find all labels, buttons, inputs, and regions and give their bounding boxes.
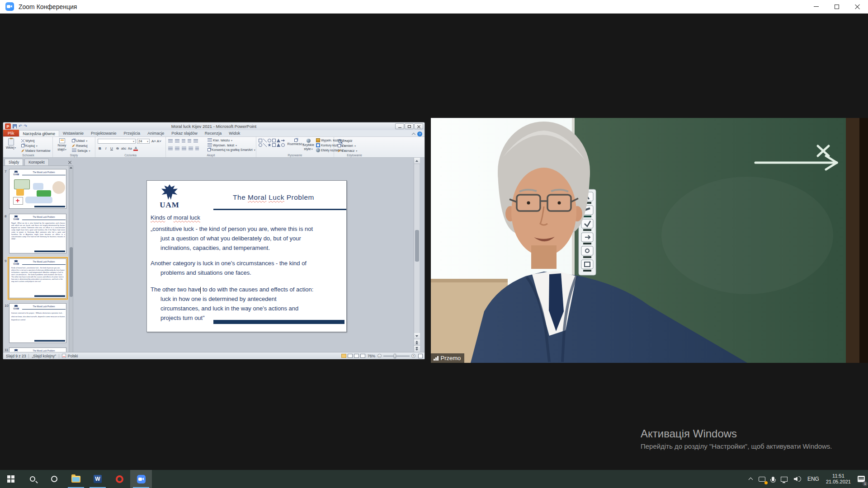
panel-close-icon[interactable] [68, 160, 71, 164]
zoom-in-button[interactable]: + [411, 354, 415, 358]
zoom-level[interactable]: 76% [368, 354, 375, 358]
change-case-button[interactable]: Aa [127, 146, 132, 151]
bold-button[interactable]: B [98, 146, 102, 151]
zoom-slider[interactable] [383, 356, 410, 357]
slideshow-view-button[interactable] [360, 354, 365, 358]
shadow-button[interactable]: abc [121, 146, 126, 151]
font-color-button[interactable]: A [133, 146, 138, 151]
tab-insert[interactable]: Wstawianie [59, 130, 87, 136]
font-name-combo[interactable] [98, 139, 136, 144]
ppt-close-button[interactable] [414, 123, 423, 129]
show-hidden-icons-button[interactable] [746, 470, 755, 488]
tab-design[interactable]: Projektowanie [87, 130, 120, 136]
next-slide-button[interactable] [414, 346, 420, 352]
paste-button[interactable]: Wklej [6, 138, 16, 150]
layout-button[interactable]: Układ [72, 139, 87, 143]
copy-button[interactable]: Kopiuj [21, 144, 38, 148]
slide-thumbnail-7[interactable]: UAM The Moral Luck Problem [9, 169, 66, 209]
ppt-restore-button[interactable] [405, 123, 414, 129]
slide-paragraph-2[interactable]: Another category is luck in one's circum… [151, 258, 344, 277]
scroll-down-button[interactable] [414, 333, 420, 339]
close-button[interactable] [847, 0, 868, 13]
tray-sync-button[interactable] [755, 470, 769, 488]
underline-button[interactable]: U [109, 146, 114, 151]
smartart-button[interactable]: Konwertuj na grafikę SmartArt [208, 148, 255, 151]
zoom-out-button[interactable]: – [377, 354, 382, 358]
shapes-gallery[interactable] [258, 139, 287, 148]
format-painter-button[interactable]: Malarz formatów [21, 149, 50, 153]
zoom-taskbar-button[interactable] [130, 470, 152, 488]
minimize-button[interactable] [806, 0, 826, 13]
quick-styles-button[interactable]: Szybkie style [302, 139, 315, 151]
tab-transitions[interactable]: Przejścia [120, 130, 144, 136]
select-button[interactable]: Zaznacz [338, 149, 357, 153]
tab-view[interactable]: Widok [225, 130, 244, 136]
slide-thumbnail-10[interactable]: UAM The Moral Luck Problem Internal, ext… [9, 303, 66, 343]
arrange-button[interactable]: Rozmieść [289, 139, 302, 146]
language-indicator[interactable]: Polski [68, 354, 78, 358]
action-center-button[interactable]: 1 [854, 470, 868, 488]
editor-scrollbar[interactable] [414, 158, 420, 352]
text-direction-button[interactable]: Kier. tekstu [208, 138, 232, 142]
replace-button[interactable]: Zamień [338, 144, 356, 148]
editor-scrollbar-thumb[interactable] [415, 230, 419, 262]
spellcheck-icon[interactable] [62, 354, 66, 358]
slide-paragraph-1[interactable]: „constitutive luck - the kind of person … [151, 224, 344, 253]
tray-microphone-button[interactable] [769, 470, 778, 488]
cortana-button[interactable] [43, 470, 65, 488]
tab-animations[interactable]: Animacje [144, 130, 168, 136]
slide-sorter-view-button[interactable] [348, 354, 353, 358]
list-buttons[interactable] [168, 139, 198, 143]
tab-file[interactable]: Plik [3, 130, 19, 136]
section-button[interactable]: Sekcja [72, 149, 90, 153]
scroll-up-button[interactable] [414, 158, 420, 164]
powerpoint-titlebar[interactable]: Moral luck Kijev 2021 - Microsoft PowerP… [3, 122, 425, 130]
panel-scrollbar[interactable] [69, 166, 73, 352]
tray-volume-button[interactable] [791, 470, 804, 488]
panel-tab-outline[interactable]: Konspekt [24, 159, 48, 165]
taskbar-clock[interactable]: 11:51 21.05.2021 [822, 473, 854, 485]
tray-display-button[interactable] [778, 470, 791, 488]
cut-button[interactable]: Wytnij [21, 139, 34, 143]
tab-review[interactable]: Recenzja [201, 130, 226, 136]
current-slide[interactable]: UAM The Moral Luck Problem Kinds of mora… [146, 180, 347, 332]
zoom-slider-knob[interactable] [394, 354, 396, 358]
slide-title[interactable]: The Moral Luck Problem [206, 193, 341, 202]
slide-heading[interactable]: Kinds of moral luck [151, 214, 200, 221]
help-icon[interactable]: ? [417, 131, 422, 136]
slide-thumbnail-9-selected[interactable]: UAM The Moral Luck Problem Kinds of mora… [9, 258, 66, 298]
microphone-icon [772, 477, 774, 481]
align-buttons[interactable] [168, 147, 199, 151]
panel-tab-slides[interactable]: Slajdy [5, 159, 23, 165]
tab-slideshow[interactable]: Pokaz slajdów [168, 130, 201, 136]
align-text-button[interactable]: Wyrówn. tekst [208, 143, 237, 147]
save-icon[interactable] [13, 124, 17, 128]
find-button[interactable]: Znajdź [338, 139, 353, 143]
fit-to-window-button[interactable] [418, 354, 423, 358]
grow-shrink-font-buttons[interactable]: A˄ A˅ [151, 139, 161, 143]
file-explorer-button[interactable] [65, 470, 87, 488]
participant-video-tile[interactable]: Przemo [431, 118, 868, 363]
reading-view-button[interactable] [354, 354, 359, 358]
slide-paragraph-3[interactable]: The other two have to do with the causes… [151, 285, 344, 323]
slide-thumbnail-11[interactable]: UAM The Moral Luck Problem [9, 347, 66, 352]
italic-button[interactable]: I [104, 146, 108, 151]
slide-thumbnail-8[interactable]: UAM The Moral Luck Problem Nagel: „What … [9, 214, 66, 253]
normal-view-button[interactable] [341, 354, 346, 358]
new-slide-button[interactable]: Nowy slajd [54, 138, 70, 151]
panel-scrollbar-thumb[interactable] [70, 247, 73, 297]
opera-button[interactable] [108, 470, 130, 488]
previous-slide-button[interactable] [414, 339, 420, 346]
word-button[interactable]: W [87, 470, 108, 488]
reset-button[interactable]: Resetuj [72, 144, 87, 148]
start-button[interactable] [0, 470, 22, 488]
font-size-combo[interactable]: 24 [137, 139, 150, 144]
taskbar-search-button[interactable] [22, 470, 43, 488]
uam-logo-mini: UAM [12, 170, 21, 176]
tab-home[interactable]: Narzędzia główne [19, 130, 60, 136]
strikethrough-button[interactable]: S [115, 146, 120, 151]
maximize-button[interactable] [826, 0, 847, 13]
language-indicator[interactable]: ENG [804, 470, 822, 488]
minimize-ribbon-icon[interactable] [412, 133, 415, 136]
ppt-minimize-button[interactable] [395, 123, 404, 129]
